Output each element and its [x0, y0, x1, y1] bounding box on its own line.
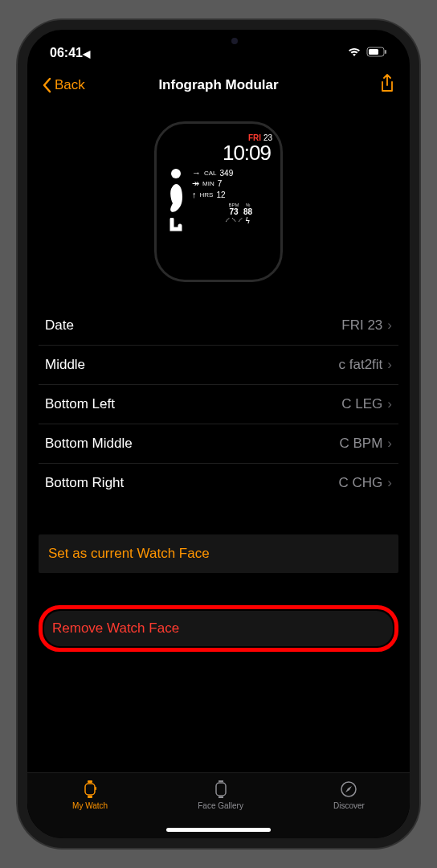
preview-min-label: MIN [202, 180, 214, 187]
wifi-icon [347, 46, 361, 60]
row-value: C LEG [341, 396, 382, 412]
tab-discover[interactable]: Discover [333, 780, 365, 810]
status-time: 06:41◀ [50, 46, 90, 60]
tab-label: My Watch [72, 801, 108, 810]
svg-rect-8 [216, 783, 226, 796]
remove-face-button[interactable]: Remove Watch Face [44, 611, 393, 646]
svg-rect-10 [218, 796, 223, 798]
chevron-left-icon [42, 77, 51, 93]
tab-face-gallery[interactable]: Face Gallery [198, 780, 243, 810]
row-label: Bottom Middle [45, 436, 133, 452]
svg-rect-5 [88, 780, 92, 783]
row-bottom-left[interactable]: Bottom Left C LEG› [39, 385, 398, 424]
battery-icon [366, 46, 387, 60]
compass-icon [340, 780, 357, 799]
row-value: c fat2fit [339, 357, 383, 373]
tab-label: Face Gallery [198, 801, 243, 810]
back-label: Back [55, 77, 85, 93]
share-button[interactable] [379, 74, 395, 96]
svg-rect-4 [85, 784, 95, 795]
svg-rect-2 [369, 49, 378, 55]
preview-hrs-val: 12 [216, 190, 225, 199]
preview-cal-label: CAL [204, 170, 217, 177]
complication-list: Date FRI 23› Middle c fat2fit› Bottom Le… [27, 306, 410, 502]
set-current-face-button[interactable]: Set as current Watch Face [39, 534, 398, 573]
preview-hrs-label: HRS [200, 191, 214, 199]
preview-bpm-label: BPM [224, 203, 243, 207]
row-bottom-middle[interactable]: Bottom Middle C BPM› [39, 424, 398, 464]
preview-time: 10:09 [165, 142, 272, 163]
tab-my-watch[interactable]: My Watch [72, 780, 108, 810]
svg-rect-7 [96, 787, 97, 790]
svg-point-3 [171, 169, 181, 178]
preview-cal-val: 349 [220, 169, 234, 178]
home-indicator[interactable] [166, 828, 271, 832]
preview-chg-val: 88 [243, 207, 252, 216]
row-label: Date [45, 317, 74, 334]
body-figure-icon [165, 168, 187, 232]
highlight-annotation: Remove Watch Face [39, 605, 398, 652]
chevron-right-icon: › [387, 436, 392, 452]
chevron-right-icon: › [387, 475, 392, 491]
chevron-right-icon: › [387, 357, 392, 373]
row-value: C BPM [339, 436, 382, 452]
tab-label: Discover [333, 801, 365, 810]
svg-rect-9 [218, 780, 223, 782]
chevron-right-icon: › [387, 396, 392, 412]
svg-rect-1 [385, 50, 386, 54]
phone-frame: 06:41◀ Back Infograph Modular FRI 23 10:… [18, 20, 419, 848]
gallery-icon [213, 780, 229, 799]
share-icon [379, 74, 395, 93]
watch-face-preview: FRI 23 10:09 →CAL 349 ↠MIN 7 ↑HRS 12 BPM… [27, 105, 410, 306]
chevron-right-icon: › [387, 317, 392, 334]
row-middle[interactable]: Middle c fat2fit› [39, 346, 398, 385]
svg-rect-6 [88, 796, 92, 798]
row-label: Bottom Left [45, 396, 115, 412]
row-value: FRI 23 [341, 317, 382, 334]
page-title: Infograph Modular [158, 77, 278, 93]
row-label: Middle [45, 357, 85, 373]
row-value: C CHG [339, 475, 383, 491]
nav-header: Back Infograph Modular [27, 65, 410, 105]
preview-bpm-val: 73 [224, 207, 243, 216]
watch-icon [81, 780, 99, 799]
notch [134, 30, 303, 52]
row-bottom-right[interactable]: Bottom Right C CHG› [39, 464, 398, 502]
preview-chg-label: % [243, 203, 252, 207]
row-date[interactable]: Date FRI 23› [39, 306, 398, 346]
preview-min-val: 7 [218, 179, 223, 188]
row-label: Bottom Right [45, 475, 124, 491]
back-button[interactable]: Back [42, 77, 85, 93]
